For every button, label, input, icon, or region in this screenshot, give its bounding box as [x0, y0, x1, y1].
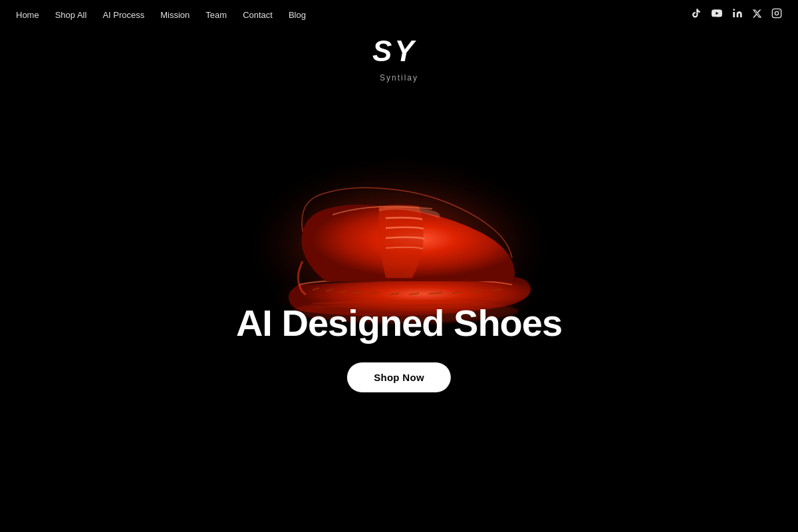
nav-ai-process[interactable]: AI Process — [102, 10, 144, 20]
logo-subtitle: Syntilay — [369, 73, 429, 82]
nav-home[interactable]: Home — [16, 10, 39, 20]
nav-blog[interactable]: Blog — [289, 10, 306, 20]
logo-svg: SY — [369, 33, 429, 66]
logo-text: SY — [369, 33, 429, 70]
nav-links: Home Shop All AI Process Mission Team Co… — [16, 9, 306, 21]
svg-point-3 — [779, 11, 779, 11]
nav-contact[interactable]: Contact — [243, 10, 273, 20]
svg-text:SY: SY — [372, 35, 417, 66]
nav-mission[interactable]: Mission — [160, 10, 190, 20]
linkedin-icon[interactable] — [732, 8, 743, 21]
navbar: Home Shop All AI Process Mission Team Co… — [0, 0, 798, 29]
nav-shop-all[interactable]: Shop All — [55, 10, 87, 20]
x-icon[interactable] — [752, 9, 762, 21]
tiktok-icon[interactable] — [691, 8, 702, 21]
nav-team[interactable]: Team — [205, 10, 227, 20]
logo-container: SY Syntilay — [369, 33, 429, 82]
youtube-icon[interactable] — [711, 8, 723, 21]
hero-title: AI Designed Shoes — [236, 303, 562, 344]
svg-point-0 — [733, 9, 735, 11]
hero-content: AI Designed Shoes Shop Now — [236, 303, 562, 392]
svg-rect-1 — [772, 9, 781, 17]
instagram-icon[interactable] — [771, 8, 782, 21]
social-icons — [691, 8, 782, 21]
shop-now-button[interactable]: Shop Now — [347, 362, 451, 392]
svg-point-2 — [775, 11, 778, 15]
